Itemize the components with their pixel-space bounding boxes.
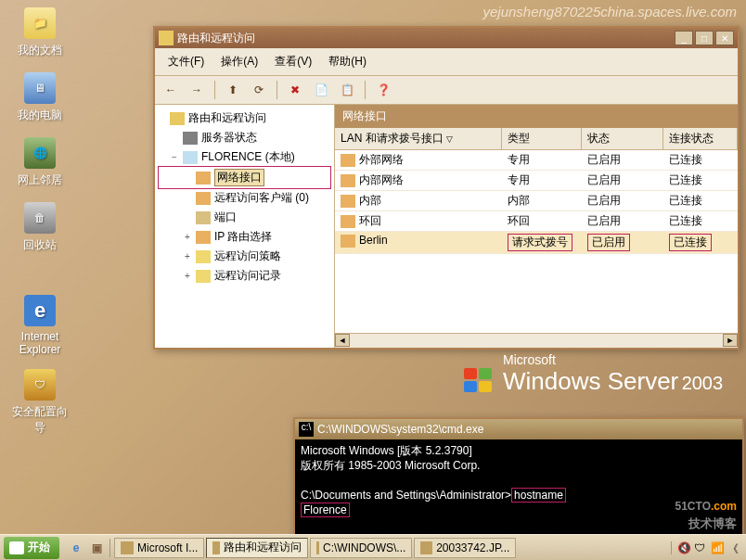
- task-ie[interactable]: Microsoft I...: [114, 538, 204, 558]
- tree-remote-clients[interactable]: 远程访问客户端 (0): [159, 188, 330, 208]
- start-button[interactable]: 开始: [4, 537, 59, 559]
- col-header-3[interactable]: 连接状态: [663, 128, 738, 149]
- security-wizard-icon: 🛡: [24, 369, 56, 401]
- ms-label: Microsoft: [503, 352, 723, 367]
- cmd-titlebar[interactable]: c:\ C:\WINDOWS\system32\cmd.exe: [295, 419, 742, 439]
- rras-titlebar[interactable]: 路由和远程访问 _ □ ✕: [155, 28, 738, 48]
- close-button[interactable]: ✕: [715, 31, 734, 45]
- expand-icon[interactable]: +: [185, 251, 194, 261]
- list-row-2[interactable]: 内部内部已启用已连接: [335, 191, 738, 211]
- refresh-icon[interactable]: ⟳: [249, 80, 269, 100]
- task-buttons: Microsoft I...路由和远程访问C:\WINDOWS\...20033…: [110, 538, 671, 558]
- separator: [365, 81, 366, 99]
- footer-watermark: 51CTO.com 技术博客: [675, 491, 737, 532]
- minimize-button[interactable]: _: [675, 31, 693, 45]
- task-icon: [212, 541, 220, 554]
- interface-list[interactable]: LAN 和请求拨号接口 ▽类型状态连接状态 外部网络专用已启用已连接内部网络专用…: [335, 128, 738, 333]
- scroll-right-icon[interactable]: ►: [723, 334, 738, 347]
- cell: 已启用: [582, 171, 663, 190]
- expand-icon[interactable]: −: [172, 152, 181, 162]
- tray-icon-1[interactable]: 🛡: [694, 541, 707, 554]
- cell: 已启用: [582, 191, 663, 210]
- expand-icon[interactable]: +: [185, 232, 194, 242]
- node-label: IP 路由选择: [214, 229, 272, 245]
- menu-1[interactable]: 操作(A): [213, 52, 265, 71]
- back-icon[interactable]: ←: [161, 80, 181, 100]
- cell: 内部: [335, 191, 502, 210]
- desktop-icon[interactable]: ▣: [87, 539, 106, 557]
- help-icon[interactable]: ❓: [373, 80, 393, 100]
- tray-icon-3[interactable]: 《: [727, 541, 740, 554]
- tree-server-status[interactable]: 服务器状态: [159, 128, 330, 147]
- cell: 已启用: [582, 232, 663, 253]
- tree-network-if[interactable]: 网络接口: [159, 167, 330, 188]
- cmd-line: Florence: [301, 503, 737, 517]
- network-places[interactable]: 🌐 网上邻居: [7, 137, 72, 188]
- security-wizard-label: 安全配置向导: [7, 404, 72, 436]
- row-icon: [341, 235, 355, 248]
- list-row-0[interactable]: 外部网络专用已启用已连接: [335, 150, 738, 171]
- properties-icon[interactable]: 📄: [311, 80, 331, 100]
- rras-right-pane: 网络接口 LAN 和请求拨号接口 ▽类型状态连接状态 外部网络专用已启用已连接内…: [335, 105, 738, 348]
- task-icon: [121, 541, 134, 554]
- scroll-track[interactable]: [350, 334, 723, 348]
- forward-icon[interactable]: →: [186, 80, 207, 100]
- list-row-3[interactable]: 环回环回已启用已连接: [335, 211, 738, 232]
- task-cmd[interactable]: C:\WINDOWS\...: [310, 538, 412, 558]
- tree-remote-policy[interactable]: + 远程访问策略: [159, 247, 330, 266]
- node-label: 端口: [214, 210, 237, 225]
- recycle-bin-icon: 🗑: [24, 202, 56, 234]
- col-header-2[interactable]: 状态: [582, 128, 663, 149]
- hscrollbar[interactable]: ◄ ►: [335, 333, 738, 348]
- separator: [277, 81, 277, 99]
- tree-root[interactable]: 路由和远程访问: [159, 108, 330, 128]
- separator: [214, 81, 215, 99]
- task-label: 路由和远程访问: [224, 540, 302, 555]
- node-icon: [183, 132, 198, 145]
- delete-icon[interactable]: ✖: [285, 80, 305, 100]
- menu-2[interactable]: 查看(V): [267, 52, 319, 71]
- my-computer[interactable]: 🖥 我的电脑: [7, 72, 72, 123]
- export-icon[interactable]: 📋: [337, 80, 357, 100]
- list-row-4[interactable]: Berlin请求式拨号已启用已连接: [335, 232, 738, 254]
- ie-icon[interactable]: e: [67, 539, 85, 557]
- recycle-bin[interactable]: 🗑 回收站: [7, 202, 72, 253]
- menu-0[interactable]: 文件(F): [161, 52, 212, 71]
- rras-app-icon: [159, 31, 174, 45]
- cmd-line: 版权所有 1985-2003 Microsoft Corp.: [301, 458, 737, 473]
- col-header-0[interactable]: LAN 和请求拨号接口 ▽: [335, 128, 502, 149]
- node-label: 路由和远程访问: [188, 110, 266, 126]
- tree-ports[interactable]: 端口: [159, 208, 330, 227]
- system-tray[interactable]: 🔇🛡📶《: [671, 541, 746, 554]
- expand-icon[interactable]: +: [185, 271, 194, 281]
- rras-tree[interactable]: 路由和远程访问 服务器状态 − FLORENCE (本地) 网络接口 远程访问客…: [155, 105, 335, 348]
- node-icon: [196, 231, 211, 244]
- list-row-1[interactable]: 内部网络专用已启用已连接: [335, 171, 738, 191]
- internet-explorer[interactable]: e Internet Explorer: [7, 295, 72, 356]
- security-wizard[interactable]: 🛡 安全配置向导: [7, 369, 72, 436]
- tree-ip-routing[interactable]: + IP 路由选择: [159, 227, 330, 247]
- maximize-button[interactable]: □: [695, 31, 714, 45]
- pane-header: 网络接口: [335, 105, 738, 128]
- tray-icon-0[interactable]: 🔇: [677, 541, 690, 554]
- my-computer-icon: 🖥: [24, 72, 56, 104]
- menu-3[interactable]: 帮助(H): [321, 52, 374, 71]
- scroll-left-icon[interactable]: ◄: [335, 334, 350, 347]
- recycle-bin-label: 回收站: [7, 237, 72, 253]
- col-header-1[interactable]: 类型: [502, 128, 582, 149]
- cmd-line: Microsoft Windows [版本 5.2.3790]: [301, 443, 737, 458]
- task-img[interactable]: 20033742.JP...: [414, 538, 516, 558]
- cell: 内部: [502, 191, 582, 210]
- list-header[interactable]: LAN 和请求拨号接口 ▽类型状态连接状态: [335, 128, 738, 150]
- cell: 已启用: [582, 150, 663, 170]
- quicklaunch: e▣: [63, 539, 110, 557]
- windows-flag-icon: [464, 368, 495, 396]
- task-rras[interactable]: 路由和远程访问: [206, 538, 308, 558]
- tree-remote-log[interactable]: + 远程访问记录: [159, 266, 330, 286]
- tray-icon-2[interactable]: 📶: [711, 541, 724, 554]
- taskbar: 开始 e▣ Microsoft I...路由和远程访问C:\WINDOWS\..…: [0, 534, 746, 560]
- tree-florence[interactable]: − FLORENCE (本地): [159, 147, 330, 167]
- cell: 请求式拨号: [502, 232, 582, 253]
- my-documents[interactable]: 📁 我的文档: [7, 7, 72, 58]
- up-icon[interactable]: ⬆: [223, 80, 243, 100]
